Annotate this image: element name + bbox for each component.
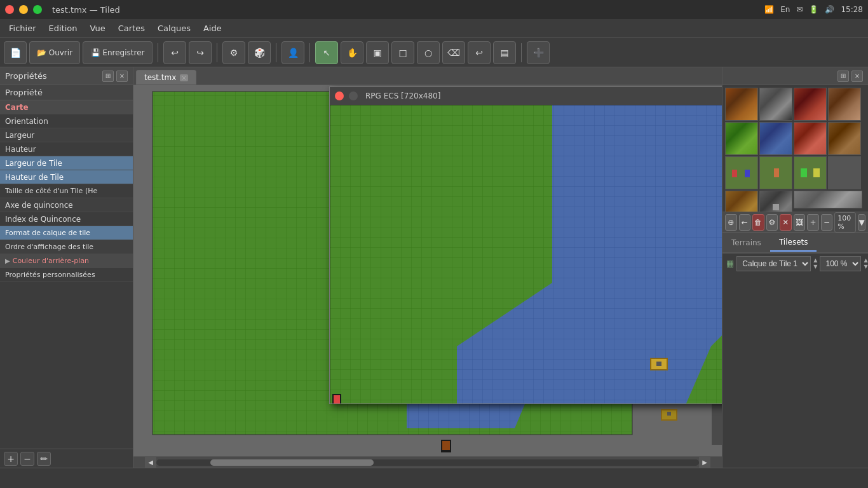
tileset-tile[interactable]	[794, 156, 827, 189]
tileset-tile[interactable]	[759, 191, 792, 212]
tileset-tile[interactable]	[828, 88, 861, 121]
trash-tileset-button[interactable]: 🗑	[752, 214, 764, 231]
tileset-tile[interactable]	[759, 156, 792, 189]
tileset-tile[interactable]	[828, 122, 861, 155]
prop-item-ordre[interactable]: Ordre d'affichage des tile	[0, 240, 133, 254]
layer-dropdown[interactable]: Calque de Tile 1	[736, 256, 811, 271]
prop-item-couleur[interactable]: ▶ Couleur d'arrière-plan	[0, 254, 133, 268]
panel-close-button[interactable]: ×	[116, 71, 128, 82]
open-button[interactable]: 📂 Ouvrir	[29, 41, 80, 64]
rect-button[interactable]: □	[391, 41, 414, 64]
tileset-tile[interactable]	[725, 156, 758, 189]
zoom-in-tileset-button[interactable]: +	[807, 214, 819, 231]
layer-arrows[interactable]: ▲ ▼	[813, 257, 817, 269]
circle-button[interactable]: ○	[417, 41, 440, 64]
redo-button[interactable]: ↪	[189, 41, 212, 64]
tab-tilesets[interactable]: Tilesets	[770, 234, 817, 252]
close-tileset-button[interactable]: ✕	[780, 214, 792, 231]
svg-rect-24	[442, 441, 450, 450]
add-object-button[interactable]: ➕	[527, 41, 550, 64]
erase-button[interactable]: ⌫	[442, 41, 465, 64]
panel-float-button[interactable]: ⊞	[102, 71, 114, 82]
tileset-tile[interactable]	[725, 88, 758, 121]
menu-fichier[interactable]: Fichier	[3, 21, 43, 36]
panel-float-btn[interactable]: ⊞	[837, 71, 849, 82]
prev-tileset-button[interactable]: ←	[739, 214, 751, 231]
properties-header: Propriétés ⊞ ×	[0, 67, 133, 85]
edit-property-button[interactable]: ✏	[37, 452, 51, 466]
menu-calques[interactable]: Calques	[151, 21, 197, 36]
stamp-button[interactable]: ⚙	[222, 41, 245, 64]
property-column-header: Propriété	[0, 85, 133, 100]
image-tileset-button[interactable]: 🖼	[794, 214, 806, 231]
select-button[interactable]: ↖	[315, 41, 338, 64]
add-property-button[interactable]: +	[4, 452, 18, 466]
prop-item-hauteur-tile[interactable]: Hauteur de Tile	[0, 170, 133, 184]
layers-area	[722, 85, 868, 212]
prop-item-personnalisees[interactable]: Propriétés personnalisées	[0, 268, 133, 282]
terrain-button[interactable]: ▤	[493, 41, 516, 64]
scrollbar-thumb-h[interactable]	[210, 459, 373, 466]
tileset-tile[interactable]	[794, 122, 827, 155]
settings-tileset-button[interactable]: ⚙	[766, 214, 778, 231]
menu-cartes[interactable]: Cartes	[112, 21, 151, 36]
pan-button[interactable]: ✋	[341, 41, 363, 64]
tab-terrains[interactable]: Terrains	[722, 234, 770, 251]
prop-item-index[interactable]: Index de Quinconce	[0, 212, 133, 226]
tileset-tile-wide[interactable]	[794, 191, 862, 208]
prop-item-largeur-tile[interactable]: Largeur de Tile	[0, 156, 133, 170]
toolbar: 📄 📂 Ouvrir 💾 Enregistrer ↩ ↪ ⚙ 🎲 👤 ↖ ✋ ▣…	[0, 38, 868, 67]
tileset-tile[interactable]	[725, 122, 758, 155]
panel-close-btn[interactable]: ×	[851, 71, 863, 82]
prop-item-taille[interactable]: Taille de côté d'un Tile (He	[0, 184, 133, 198]
menu-aide[interactable]: Aide	[197, 21, 228, 36]
tileset-zoom-label: 100 %	[834, 212, 856, 233]
new-button[interactable]: 📄	[4, 41, 27, 64]
prop-item-format[interactable]: Format de calque de tile	[0, 226, 133, 240]
scroll-right-button[interactable]: ▶	[699, 457, 710, 468]
prop-item-axe[interactable]: Axe de quinconce	[0, 198, 133, 212]
prop-item-hauteur[interactable]: Hauteur	[0, 142, 133, 156]
map-canvas[interactable]: RPG ECS [720x480]	[133, 85, 722, 456]
person-button[interactable]: 👤	[281, 41, 304, 64]
add-tileset-button[interactable]: ⊕	[725, 214, 737, 231]
separator-2	[217, 43, 217, 62]
layer-down-button[interactable]: ▼	[813, 264, 817, 269]
right-panel-tabs: Terrains Tilesets	[722, 233, 868, 253]
close-btn[interactable]	[5, 5, 14, 14]
tileset-tile[interactable]	[759, 122, 792, 155]
game-preview-window[interactable]: RPG ECS [720x480]	[329, 86, 722, 404]
zoom-arrows[interactable]: ▲ ▼	[864, 257, 867, 269]
tab-close-button[interactable]: ×	[180, 74, 187, 81]
save-button[interactable]: 💾 Enregistrer	[83, 41, 153, 64]
prop-item-largeur[interactable]: Largeur	[0, 128, 133, 142]
stamp2-button[interactable]: ▣	[366, 41, 389, 64]
zoom-dropdown-layer[interactable]: 100 %	[820, 256, 861, 271]
menu-edition[interactable]: Edition	[43, 21, 84, 36]
scroll-left-button[interactable]: ◀	[145, 457, 156, 468]
zoom-down-button[interactable]: ▼	[864, 264, 867, 269]
random-button[interactable]: 🎲	[248, 41, 271, 64]
tileset-tile[interactable]	[759, 88, 792, 121]
fill-button[interactable]: ↩	[468, 41, 491, 64]
game-window-titlebar: RPG ECS [720x480]	[330, 87, 722, 105]
prop-item-orientation[interactable]: Orientation	[0, 114, 133, 128]
tab-test-tmx[interactable]: test.tmx ×	[136, 70, 196, 85]
battery-icon: 🔋	[809, 5, 818, 14]
undo-button[interactable]: ↩	[163, 41, 186, 64]
game-close-button[interactable]	[335, 92, 344, 100]
tileset-tile[interactable]	[828, 156, 861, 189]
zoom-out-tileset-button[interactable]: −	[821, 214, 833, 231]
zoom-dropdown-button[interactable]: ▼	[858, 214, 865, 231]
game-minimize-button[interactable]	[349, 92, 358, 100]
zoom-up-button[interactable]: ▲	[864, 257, 867, 263]
tileset-tile[interactable]	[725, 191, 758, 212]
remove-property-button[interactable]: −	[20, 452, 34, 466]
menu-vue[interactable]: Vue	[83, 21, 111, 36]
tileset-tile[interactable]	[794, 88, 827, 121]
horizontal-scrollbar[interactable]: ◀ ▶	[133, 456, 722, 468]
minimize-btn[interactable]	[19, 5, 28, 14]
prop-item-carte[interactable]: Carte	[0, 100, 133, 114]
layer-up-button[interactable]: ▲	[813, 257, 817, 263]
maximize-btn[interactable]	[33, 5, 42, 14]
